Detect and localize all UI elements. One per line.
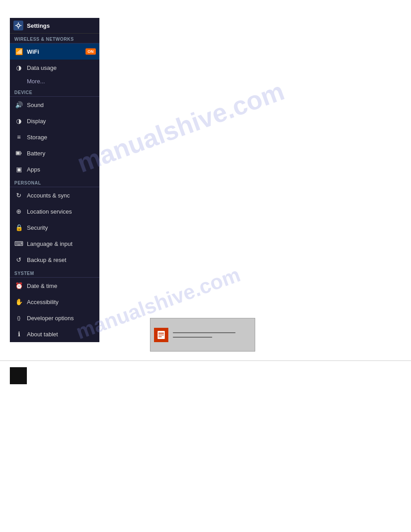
storage-icon: ≡: [14, 133, 23, 142]
menu-item-accounts-sync[interactable]: ↻ Accounts & sync: [10, 187, 99, 203]
section-header-wireless: WIRELESS & NETWORKS: [10, 34, 99, 43]
apps-label: Apps: [27, 166, 40, 173]
menu-item-display[interactable]: ◑ Display: [10, 113, 99, 129]
svg-point-0: [17, 24, 20, 27]
wifi-label: WiFi: [27, 48, 39, 55]
settings-panel: Settings WIRELESS & NETWORKS 📶 WiFi ON ◑…: [10, 18, 99, 342]
menu-item-data-usage[interactable]: ◑ Data usage: [10, 60, 99, 76]
accessibility-label: Accessibility: [27, 299, 59, 305]
display-icon: ◑: [14, 116, 23, 125]
more-label: More...: [27, 78, 45, 85]
menu-item-accessibility[interactable]: ✋ Accessibility: [10, 294, 99, 310]
section-header-system: SYSTEM: [10, 269, 99, 277]
menu-item-wifi[interactable]: 📶 WiFi ON: [10, 43, 99, 60]
widget-box: [150, 318, 255, 352]
battery-icon: [14, 149, 23, 158]
menu-item-apps[interactable]: ▣ Apps: [10, 161, 99, 177]
data-usage-label: Data usage: [27, 64, 57, 71]
menu-item-battery[interactable]: Battery: [10, 145, 99, 161]
settings-title-bar: Settings: [10, 18, 99, 34]
wifi-toggle[interactable]: ON: [86, 48, 96, 55]
language-input-icon: ⌨: [14, 239, 23, 248]
menu-item-more[interactable]: More...: [10, 76, 99, 87]
battery-label: Battery: [27, 150, 45, 157]
wifi-icon: 📶: [14, 47, 23, 56]
menu-item-sound[interactable]: 🔊 Sound: [10, 97, 99, 113]
widget-line-1: [173, 332, 235, 333]
section-header-personal: PERSONAL: [10, 178, 99, 187]
accounts-sync-label: Accounts & sync: [27, 192, 70, 199]
backup-reset-label: Backup & reset: [27, 257, 66, 263]
accounts-sync-icon: ↻: [14, 191, 23, 200]
location-services-label: Location services: [27, 208, 72, 215]
menu-item-location-services[interactable]: ⊕ Location services: [10, 203, 99, 219]
apps-icon: ▣: [14, 165, 23, 174]
data-usage-icon: ◑: [14, 63, 23, 72]
menu-item-date-time[interactable]: ⏰ Date & time: [10, 278, 99, 294]
developer-options-label: Developer options: [27, 315, 74, 322]
menu-item-developer-options[interactable]: {} Developer options: [10, 310, 99, 326]
menu-item-storage[interactable]: ≡ Storage: [10, 129, 99, 145]
menu-item-language-input[interactable]: ⌨ Language & input: [10, 236, 99, 252]
svg-rect-6: [21, 153, 21, 154]
menu-item-about-tablet[interactable]: ℹ About tablet: [10, 326, 99, 342]
black-square: [10, 367, 27, 384]
accessibility-icon: ✋: [14, 297, 23, 306]
about-tablet-label: About tablet: [27, 331, 58, 338]
menu-item-security[interactable]: 🔒 Security: [10, 219, 99, 236]
developer-options-icon: {}: [14, 313, 23, 322]
watermark: manualshive.com: [73, 76, 288, 178]
settings-title: Settings: [27, 22, 50, 29]
section-header-device: DEVICE: [10, 88, 99, 96]
language-input-label: Language & input: [27, 240, 73, 247]
sound-label: Sound: [27, 102, 44, 108]
menu-item-backup-reset[interactable]: ↺ Backup & reset: [10, 252, 99, 268]
sound-icon: 🔊: [14, 100, 23, 109]
security-icon: 🔒: [14, 223, 23, 232]
widget-document-icon: [154, 328, 168, 342]
date-time-icon: ⏰: [14, 281, 23, 290]
location-services-icon: ⊕: [14, 207, 23, 216]
settings-app-icon: [13, 21, 23, 30]
svg-rect-7: [17, 152, 20, 154]
widget-content-lines: [173, 332, 251, 338]
date-time-label: Date & time: [27, 283, 57, 289]
display-label: Display: [27, 118, 46, 124]
security-label: Security: [27, 224, 48, 231]
storage-label: Storage: [27, 134, 47, 141]
widget-line-2: [173, 337, 212, 338]
backup-reset-icon: ↺: [14, 255, 23, 264]
page-divider: [0, 360, 411, 361]
about-tablet-icon: ℹ: [14, 330, 23, 339]
